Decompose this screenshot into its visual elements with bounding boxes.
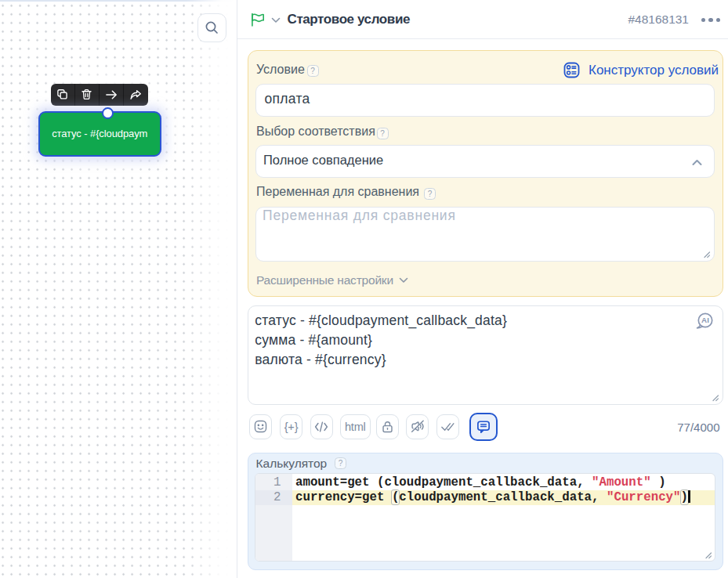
svg-text:AI: AI — [701, 316, 709, 324]
